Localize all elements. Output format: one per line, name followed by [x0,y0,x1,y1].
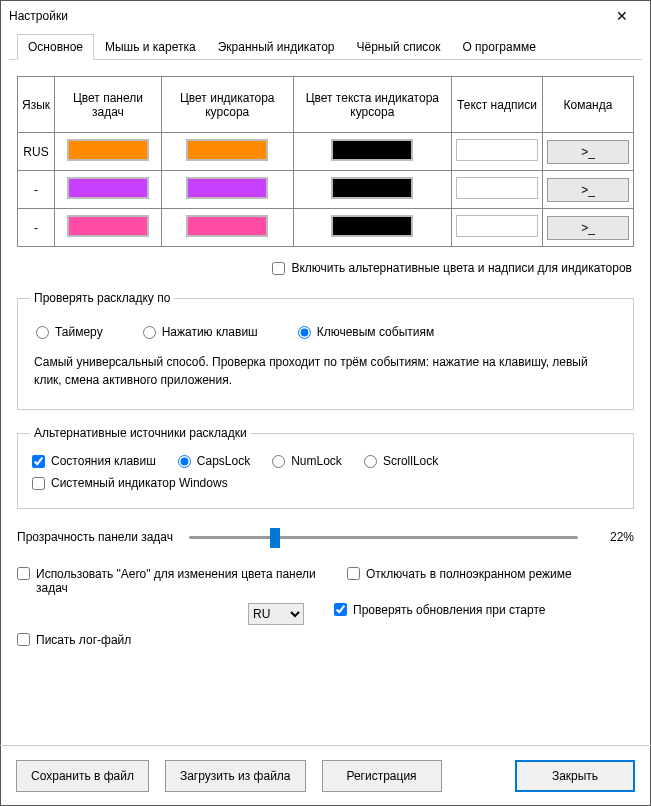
tab-content: Язык Цвет панели задач Цвет индикатора к… [1,60,650,667]
tab-bar: Основное Мышь и каретка Экранный индикат… [9,33,642,60]
titlebar: Настройки ✕ [1,1,650,31]
load-button[interactable]: Загрузить из файла [165,760,306,792]
radio-keypress[interactable] [143,326,156,339]
radio-capslock[interactable] [178,455,191,468]
taskbar-color-swatch[interactable] [67,139,149,161]
radio-numlock[interactable] [272,455,285,468]
tab-about[interactable]: О программе [451,34,546,60]
label-text-input[interactable] [456,139,538,161]
cursor-color-swatch[interactable] [186,177,268,199]
th-label: Текст надписи [451,77,542,133]
lang-select[interactable]: RU [248,603,304,625]
taskbar-color-swatch[interactable] [67,177,149,199]
table-row: ->_ [18,209,634,247]
transparency-label: Прозрачность панели задач [17,530,173,544]
table-row: RUS>_ [18,133,634,171]
th-text: Цвет текста индикатора курсора [293,77,451,133]
cursor-color-swatch[interactable] [186,139,268,161]
alt-colors-label: Включить альтернативные цвета и надписи … [291,261,632,275]
register-button[interactable]: Регистрация [322,760,442,792]
close-icon[interactable]: ✕ [602,8,642,24]
command-button[interactable]: >_ [547,216,629,240]
updates-checkbox[interactable] [334,603,347,616]
command-button[interactable]: >_ [547,178,629,202]
sysindicator-checkbox[interactable] [32,477,45,490]
alt-sources-legend: Альтернативные источники раскладки [30,426,251,440]
save-button[interactable]: Сохранить в файл [16,760,149,792]
cell-lang: - [18,209,55,247]
radio-timer[interactable] [36,326,49,339]
th-cmd: Команда [542,77,633,133]
tab-osd[interactable]: Экранный индикатор [207,34,346,60]
th-taskbar: Цвет панели задач [55,77,162,133]
check-layout-desc: Самый универсальный способ. Проверка про… [30,351,621,395]
text-color-swatch[interactable] [331,139,413,161]
cell-lang: - [18,171,55,209]
tab-blacklist[interactable]: Чёрный список [346,34,452,60]
check-layout-legend: Проверять раскладку по [30,291,174,305]
text-color-swatch[interactable] [331,177,413,199]
slider-thumb[interactable] [270,528,280,548]
cursor-color-swatch[interactable] [186,215,268,237]
transparency-value: 22% [594,530,634,544]
logfile-checkbox[interactable] [17,633,30,646]
radio-scrolllock[interactable] [364,455,377,468]
footer: Сохранить в файл Загрузить из файла Реги… [0,745,651,806]
th-lang: Язык [18,77,55,133]
colors-table: Язык Цвет панели задач Цвет индикатора к… [17,76,634,247]
label-text-input[interactable] [456,177,538,199]
th-cursor: Цвет индикатора курсора [161,77,293,133]
tab-main[interactable]: Основное [17,34,94,60]
alt-sources-group: Альтернативные источники раскладки Состо… [17,426,634,509]
transparency-slider[interactable] [189,525,578,549]
close-button[interactable]: Закрыть [515,760,635,792]
aero-checkbox[interactable] [17,567,30,580]
cell-lang: RUS [18,133,55,171]
taskbar-color-swatch[interactable] [67,215,149,237]
radio-keyevents[interactable] [298,326,311,339]
table-row: ->_ [18,171,634,209]
tab-mouse[interactable]: Мышь и каретка [94,34,207,60]
keystate-checkbox[interactable] [32,455,45,468]
text-color-swatch[interactable] [331,215,413,237]
check-layout-group: Проверять раскладку по Таймеру Нажатию к… [17,291,634,410]
alt-colors-checkbox[interactable] [272,262,285,275]
command-button[interactable]: >_ [547,140,629,164]
fullscreen-checkbox[interactable] [347,567,360,580]
label-text-input[interactable] [456,215,538,237]
window-title: Настройки [9,9,602,23]
